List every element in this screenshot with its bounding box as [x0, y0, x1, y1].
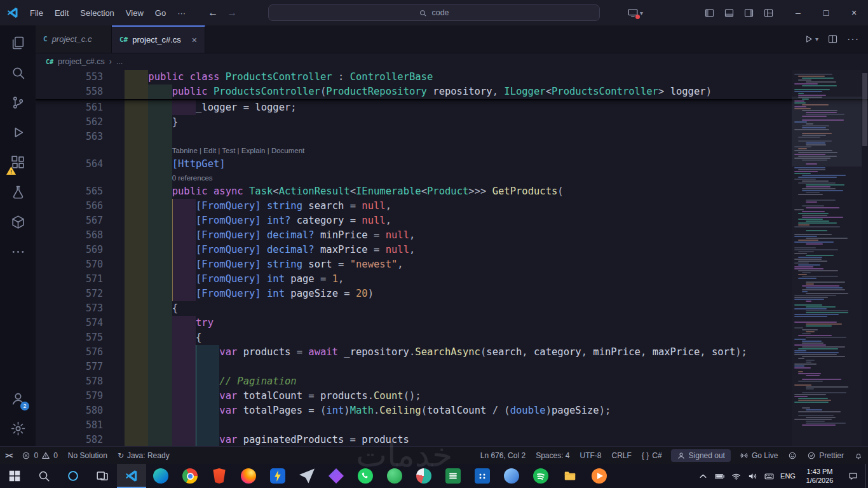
minimize-button[interactable]: – — [784, 0, 812, 25]
back-icon[interactable]: ← — [208, 7, 218, 18]
codelens-link[interactable]: 0 references — [172, 174, 213, 182]
minimap[interactable] — [792, 70, 862, 446]
codelens-link[interactable]: Test — [222, 147, 235, 154]
layout-right-icon[interactable] — [743, 8, 754, 18]
menu-edit[interactable]: Edit — [49, 6, 74, 20]
tray-touch-keyboard[interactable] — [761, 464, 777, 488]
code-line[interactable]: [HttpGet] — [125, 157, 868, 172]
codelens-link[interactable]: Tabnine — [172, 147, 198, 154]
status-notifications-bell[interactable] — [849, 447, 868, 464]
status-prettier[interactable]: Prettier — [802, 447, 849, 464]
code-line[interactable]: [FromQuery] string search = null, — [125, 199, 868, 214]
taskbar-vscode[interactable] — [117, 464, 146, 488]
run-dropdown-icon[interactable]: ▾ — [815, 36, 818, 43]
taskbar-clock[interactable]: 1:43 PM 1/6/2026 — [799, 467, 841, 485]
code-line[interactable]: public ProductsController(ProductReposit… — [125, 85, 868, 99]
taskbar-teal-circle[interactable] — [409, 464, 438, 488]
activity-search[interactable] — [3, 58, 33, 88]
taskbar-folder[interactable] — [555, 464, 585, 488]
status-no-solution[interactable]: No Solution — [63, 447, 112, 464]
menu-selection[interactable]: Selection — [74, 6, 119, 20]
activity-run-debug[interactable] — [3, 118, 33, 147]
status-cursor-position[interactable]: Ln 676, Col 2 — [475, 447, 531, 464]
code-line[interactable] — [125, 360, 868, 374]
taskbar-firefox[interactable] — [234, 464, 263, 488]
taskbar-green-square[interactable] — [438, 464, 468, 488]
code-line[interactable]: public class ProductsController : Contro… — [125, 70, 868, 85]
taskbar-paper-plane[interactable] — [292, 464, 322, 488]
code-line[interactable]: { — [125, 330, 868, 345]
taskbar-spotify[interactable] — [526, 464, 555, 488]
code-line[interactable]: { — [125, 301, 868, 316]
menu-go[interactable]: Go — [149, 6, 172, 20]
code-line[interactable]: } — [125, 115, 868, 130]
code-line[interactable] — [125, 130, 868, 144]
code-line[interactable] — [125, 418, 868, 433]
breadcrumb-file[interactable]: project_c#.cs — [58, 57, 105, 66]
status-encoding[interactable]: UTF-8 — [575, 447, 607, 464]
tray-network[interactable] — [728, 464, 744, 488]
code-line[interactable]: try — [125, 316, 868, 330]
activity-explorer[interactable] — [3, 28, 33, 58]
menu-file[interactable]: File — [24, 6, 49, 20]
taskbar-blue-circle[interactable] — [497, 464, 526, 488]
code-line[interactable]: var totalCount = products.Count(); — [125, 389, 868, 403]
status-indentation[interactable]: Spaces: 4 — [531, 447, 574, 464]
run-button[interactable]: ▾ — [803, 34, 818, 44]
breadcrumb-more[interactable]: ... — [116, 57, 123, 66]
taskbar-purple-gem[interactable] — [322, 464, 351, 488]
code-line[interactable]: [FromQuery] int? category = null, — [125, 214, 868, 228]
status-language-mode[interactable]: { }C# — [637, 447, 667, 464]
status-eol[interactable]: CRLF — [607, 447, 637, 464]
maximize-button[interactable]: □ — [812, 0, 840, 25]
code-line[interactable]: [FromQuery] int pageSize = 20) — [125, 287, 868, 301]
menu-item[interactable]: ··· — [172, 6, 191, 20]
tray-battery[interactable] — [711, 464, 728, 488]
tray-volume[interactable] — [744, 464, 761, 488]
more-actions-icon[interactable]: ··· — [847, 34, 859, 45]
tab-project-c#-cs[interactable]: C#project_c#.cs× — [112, 25, 205, 53]
codelens-link[interactable]: Explain — [241, 147, 266, 154]
show-desktop-button[interactable] — [865, 464, 868, 488]
activity-remote-explorer[interactable] — [3, 207, 33, 237]
taskbar-whatsapp[interactable] — [351, 464, 380, 488]
activity-extensions[interactable]: ! — [3, 147, 33, 177]
command-center-search[interactable]: code — [268, 4, 600, 21]
forward-icon[interactable]: → — [227, 7, 237, 18]
activity-more[interactable] — [3, 237, 33, 267]
status-remote-indicator[interactable]: >< — [0, 447, 17, 464]
taskbar-task-view[interactable] — [88, 464, 117, 488]
code-line[interactable]: [FromQuery] string sort = "newest", — [125, 257, 868, 272]
taskbar-green-circle[interactable] — [380, 464, 409, 488]
taskbar-blue-square[interactable] — [468, 464, 497, 488]
code-line[interactable]: var totalPages = (int)Math.Ceiling(total… — [125, 403, 868, 418]
codelens-link[interactable]: Edit — [203, 147, 216, 154]
status-feedback[interactable] — [783, 447, 802, 464]
scrollbar-thumb[interactable] — [862, 73, 867, 146]
taskbar-brave[interactable] — [205, 464, 234, 488]
tab-project-c-c[interactable]: Cproject_c.c — [36, 25, 112, 53]
breadcrumb[interactable]: C# project_c#.cs › ... — [36, 53, 868, 70]
tray-chevron-up[interactable] — [695, 464, 711, 488]
status-go-live[interactable]: Go Live — [735, 447, 783, 464]
layout-grid-icon[interactable] — [763, 8, 774, 18]
code-line[interactable]: _logger = logger; — [125, 100, 868, 115]
screen-share-control[interactable]: ▾ — [627, 7, 643, 18]
code-line[interactable]: var products = await _repository.SearchA… — [125, 345, 868, 360]
taskbar-lightning[interactable] — [263, 464, 292, 488]
taskbar-start[interactable] — [0, 464, 29, 488]
taskbar-search[interactable] — [29, 464, 58, 488]
status-problems[interactable]: 00 — [17, 447, 62, 464]
activity-testing[interactable] — [3, 177, 33, 207]
taskbar-edge[interactable] — [146, 464, 175, 488]
code-line[interactable]: [FromQuery] decimal? maxPrice = null, — [125, 243, 868, 257]
menu-view[interactable]: View — [120, 6, 149, 20]
vertical-scrollbar[interactable] — [862, 70, 868, 446]
taskbar-chrome[interactable] — [175, 464, 205, 488]
codelens-link[interactable]: Document — [271, 147, 304, 154]
taskbar-cortana[interactable] — [58, 464, 88, 488]
status-java-status[interactable]: ↻Java: Ready — [112, 447, 175, 464]
close-tab-icon[interactable]: × — [192, 35, 197, 45]
code-line[interactable]: [FromQuery] int page = 1, — [125, 272, 868, 287]
notification-center[interactable] — [841, 464, 865, 488]
